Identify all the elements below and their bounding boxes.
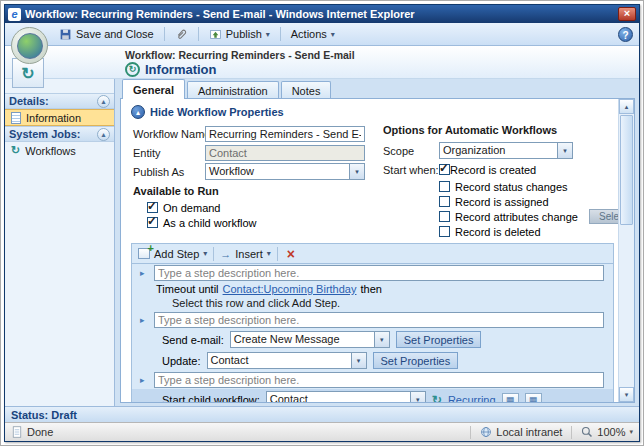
record-attributes-change-label: Record attributes change <box>455 211 578 223</box>
properties-columns: Workflow Name* Entity Publish As <box>131 124 614 239</box>
scroll-up-arrow-icon[interactable]: ▴ <box>619 99 634 114</box>
timeout-condition-link[interactable]: Contact:Upcoming Birthday <box>223 283 357 295</box>
entity-input <box>205 145 365 161</box>
child-workflow-entity-select[interactable]: Contact ▾ <box>266 391 426 402</box>
child-workflow-lookup-button[interactable]: ▦ <box>502 393 519 403</box>
automatic-options-title: Options for Automatic Workflows <box>383 124 614 136</box>
nav-section-system-jobs: System Jobs: ▴ <box>5 126 114 142</box>
close-button[interactable]: × <box>618 7 636 21</box>
save-and-close-button[interactable]: Save and Close <box>53 25 160 44</box>
scope-value: Organization <box>440 143 557 158</box>
start-child-workflow-label: Start child workflow: <box>162 394 260 403</box>
on-demand-checkbox[interactable] <box>147 202 158 213</box>
chevron-down-icon: ▾ <box>351 353 366 368</box>
step-description-input[interactable] <box>154 265 604 281</box>
delete-step-icon[interactable]: × <box>284 248 298 260</box>
attach-button[interactable] <box>169 25 194 44</box>
tab-content: ▴ Hide Workflow Properties Workflow Name… <box>120 98 635 403</box>
step-selector-icon[interactable]: ▸ <box>140 268 150 278</box>
properties-left-column: Workflow Name* Entity Publish As <box>131 124 369 239</box>
chevron-down-icon: ▾ <box>267 249 271 258</box>
collapse-chevron-icon[interactable]: ▴ <box>97 128 110 141</box>
chevron-down-icon[interactable]: ▾ <box>629 428 633 436</box>
select-attributes-button: Select <box>589 209 618 224</box>
set-properties-button[interactable]: Set Properties <box>396 331 482 348</box>
collapse-chevron-icon[interactable]: ▴ <box>97 95 110 108</box>
record-is-deleted-label: Record is deleted <box>455 226 541 238</box>
help-button[interactable]: ? <box>618 27 633 42</box>
tab-notes[interactable]: Notes <box>281 81 332 99</box>
record-status-changes-checkbox[interactable] <box>439 181 450 192</box>
step-selector-icon[interactable]: ▸ <box>140 375 150 385</box>
update-value: Contact <box>208 353 351 368</box>
browser-status-bar: Done Local intranet 100% ▾ <box>5 422 639 441</box>
child-workflow-link[interactable]: Recurring <box>448 394 496 403</box>
scroll-down-arrow-icon[interactable]: ▾ <box>619 387 634 402</box>
actions-button[interactable]: Actions ▾ <box>285 25 341 43</box>
step-selector-icon[interactable]: ▸ <box>140 315 150 325</box>
zoom-level[interactable]: 100% <box>597 426 625 438</box>
main-panel: General Administration Notes ▴ Hide Work… <box>115 79 639 406</box>
on-demand-label: On demand <box>163 202 220 214</box>
add-step-button[interactable]: + Add Step ▾ <box>138 248 207 260</box>
on-demand-row: On demand <box>133 200 369 215</box>
child-workflow-browse-button[interactable]: ▦ <box>525 393 542 403</box>
window-title: Workflow: Recurring Reminders - Send E-m… <box>25 8 614 20</box>
scrollbar-thumb[interactable] <box>620 115 633 225</box>
publish-button[interactable]: Publish ▾ <box>203 25 276 44</box>
tab-general[interactable]: General <box>122 79 185 99</box>
add-step-label: Add Step <box>154 248 199 260</box>
crm-logo <box>11 27 48 64</box>
sidebar-item-information[interactable]: Information <box>5 109 114 126</box>
sidebar-item-label: Information <box>26 112 81 124</box>
publish-as-select[interactable]: Workflow ▾ <box>205 163 365 180</box>
workflow-name-input[interactable] <box>205 126 365 142</box>
workflow-icon: ↻ <box>432 394 442 403</box>
chevron-down-icon: ▾ <box>557 143 572 158</box>
chevron-down-icon: ▾ <box>331 30 335 39</box>
start-when-row: Start when: Record is created <box>383 160 614 179</box>
step-description-row: ▸ <box>132 311 613 329</box>
toolbar-separator <box>280 27 281 41</box>
page-icon <box>11 426 23 438</box>
update-select[interactable]: Contact ▾ <box>207 352 367 369</box>
child-workflow-row: As a child workflow <box>133 215 369 230</box>
record-attributes-change-checkbox[interactable] <box>439 211 450 222</box>
record-attributes-change-row: Record attributes change Select <box>383 209 614 224</box>
workflow-properties-section-header[interactable]: ▴ Hide Workflow Properties <box>131 105 614 119</box>
step-description-input[interactable] <box>154 312 604 328</box>
record-is-assigned-checkbox[interactable] <box>439 196 450 207</box>
form-page-icon <box>11 112 21 124</box>
step-description-row: ▸ <box>132 264 613 282</box>
workflow-icon: ↻ <box>11 145 20 156</box>
toolbar-separator <box>277 247 278 261</box>
as-child-workflow-label: As a child workflow <box>163 217 257 229</box>
timeout-suffix: then <box>360 283 381 295</box>
page-title: Information <box>145 62 217 77</box>
crm-logo-globe-icon <box>17 33 43 59</box>
sidebar-item-workflows[interactable]: ↻ Workflows <box>5 142 114 159</box>
as-child-workflow-checkbox[interactable] <box>147 217 158 228</box>
workflow-name-row: Workflow Name* <box>133 124 369 143</box>
set-properties-button[interactable]: Set Properties <box>373 352 459 369</box>
update-step-row: Update: Contact ▾ Set Properties <box>132 350 613 371</box>
record-is-created-label: Record is created <box>450 164 536 176</box>
update-label: Update: <box>162 355 201 367</box>
zoom-magnifier-icon <box>581 426 593 438</box>
child-workflow-entity-value: Contact <box>267 392 410 402</box>
browser-done-text: Done <box>27 426 53 438</box>
record-is-created-checkbox[interactable] <box>439 164 450 175</box>
step-description-input[interactable] <box>154 372 604 388</box>
vertical-scrollbar[interactable]: ▴ ▾ <box>618 99 634 402</box>
toolbar-separator <box>164 27 165 41</box>
tab-strip: General Administration Notes <box>120 79 635 99</box>
breadcrumb: Workflow: Recurring Reminders - Send E-m… <box>125 49 633 61</box>
step-editor: + Add Step ▾ → Insert ▾ <box>131 243 614 402</box>
record-is-deleted-checkbox[interactable] <box>439 226 450 237</box>
browser-window: e Workflow: Recurring Reminders - Send E… <box>4 4 640 442</box>
send-email-select[interactable]: Create New Message ▾ <box>230 331 390 348</box>
tab-administration[interactable]: Administration <box>187 81 279 99</box>
scope-select[interactable]: Organization ▾ <box>439 142 573 159</box>
intranet-zone-icon <box>480 426 492 438</box>
insert-button[interactable]: → Insert ▾ <box>220 248 271 260</box>
